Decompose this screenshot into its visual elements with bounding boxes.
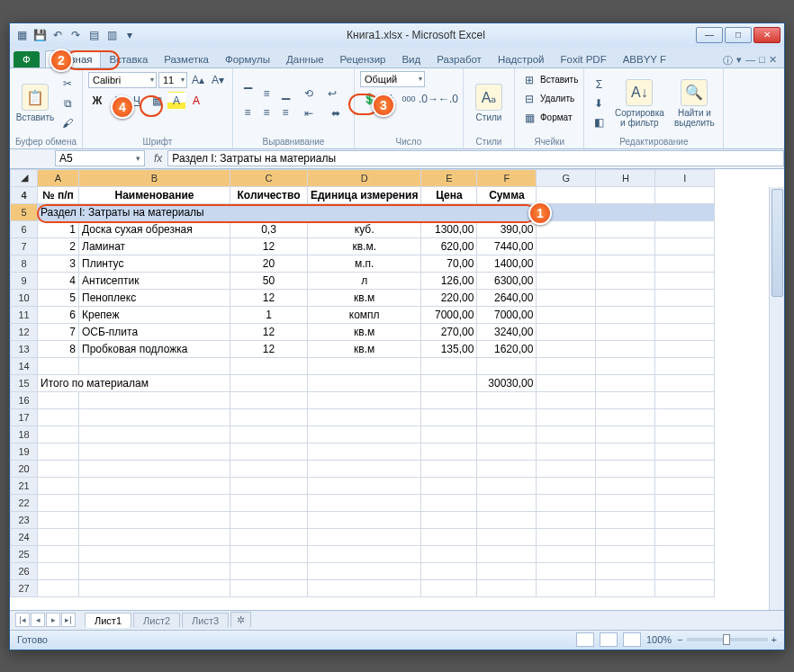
fx-icon[interactable]: fx: [154, 152, 162, 165]
cell[interactable]: [655, 443, 715, 460]
cell[interactable]: [537, 494, 596, 511]
close-button[interactable]: ✕: [753, 27, 780, 43]
cell[interactable]: [308, 460, 421, 477]
cell[interactable]: № п/п: [38, 186, 79, 203]
cell[interactable]: [596, 289, 655, 306]
doc-close-icon[interactable]: ✕: [769, 54, 777, 67]
cell[interactable]: [477, 357, 537, 374]
cell[interactable]: 70,00: [421, 255, 477, 272]
cell[interactable]: 7000,00: [477, 306, 537, 323]
zoom-level[interactable]: 100%: [646, 634, 672, 645]
tab-addins[interactable]: Надстрой: [491, 51, 552, 67]
cell[interactable]: [537, 460, 596, 477]
row-header[interactable]: 17: [11, 408, 38, 426]
cell[interactable]: [537, 374, 596, 391]
cell[interactable]: Сумма: [477, 186, 537, 203]
zoom-in-icon[interactable]: +: [771, 634, 777, 645]
row-header[interactable]: 11: [11, 306, 38, 323]
cell[interactable]: [38, 545, 79, 562]
fill-color-icon[interactable]: A: [167, 92, 185, 110]
row-header[interactable]: 25: [11, 545, 38, 562]
page-layout-view-icon[interactable]: [600, 632, 618, 647]
sheet-tab-1[interactable]: Лист1: [85, 613, 131, 628]
sort-filter-button[interactable]: A↓ Сортировка и фильтр: [613, 79, 665, 128]
align-top-icon[interactable]: ▔: [239, 85, 257, 103]
align-right-icon[interactable]: ≡: [276, 103, 294, 121]
cell[interactable]: [79, 545, 230, 562]
cell[interactable]: [38, 528, 79, 545]
cell[interactable]: [655, 186, 715, 203]
col-header-h[interactable]: H: [596, 169, 655, 186]
merge-center-button[interactable]: ⬌: [323, 104, 348, 122]
cell[interactable]: Наименование: [79, 186, 230, 203]
clear-icon[interactable]: ◧: [590, 113, 608, 131]
cell[interactable]: [230, 374, 308, 391]
cell[interactable]: [596, 391, 655, 408]
cell[interactable]: [596, 460, 655, 477]
cell[interactable]: [537, 562, 596, 579]
cell[interactable]: ОСБ-плита: [79, 323, 230, 340]
row-header[interactable]: 10: [11, 289, 38, 306]
cell[interactable]: 135,00: [421, 340, 477, 357]
fill-icon[interactable]: ⬇: [590, 94, 608, 112]
cell[interactable]: 0,3: [230, 220, 308, 237]
tab-foxit[interactable]: Foxit PDF: [554, 51, 614, 67]
cell[interactable]: 7440,00: [477, 237, 537, 255]
cell[interactable]: Антисептик: [79, 272, 230, 289]
name-box[interactable]: A5: [55, 150, 145, 166]
cell[interactable]: [655, 460, 715, 477]
cell[interactable]: [655, 220, 715, 237]
cell[interactable]: [655, 545, 715, 562]
cell[interactable]: 12: [230, 340, 308, 357]
cell[interactable]: [596, 306, 655, 323]
cell[interactable]: Ламинат: [79, 237, 230, 255]
indent-decrease-icon[interactable]: ⇤: [300, 104, 318, 122]
sheet-nav-last-icon[interactable]: ▸|: [61, 613, 76, 627]
cell[interactable]: [38, 579, 79, 596]
help-icon[interactable]: ⓘ: [723, 54, 733, 67]
cell[interactable]: [79, 391, 230, 408]
normal-view-icon[interactable]: [576, 632, 594, 647]
cell[interactable]: [477, 579, 537, 596]
row-header[interactable]: 4: [11, 186, 38, 203]
cell[interactable]: [537, 323, 596, 340]
tab-abbyy[interactable]: ABBYY F: [616, 51, 673, 67]
worksheet-grid[interactable]: ◢ A B C D E F G H I 4 № п/п Наименование: [10, 169, 784, 610]
row-header[interactable]: 15: [11, 374, 38, 391]
cell[interactable]: [477, 528, 537, 545]
tab-view[interactable]: Вид: [394, 51, 428, 67]
cell[interactable]: кв.м: [308, 340, 421, 357]
cell[interactable]: [477, 545, 537, 562]
cell[interactable]: [79, 460, 230, 477]
orientation-icon[interactable]: ⟲: [300, 85, 318, 103]
cell[interactable]: [596, 323, 655, 340]
col-header-e[interactable]: E: [421, 169, 477, 186]
row-header[interactable]: 19: [11, 443, 38, 460]
cell[interactable]: [230, 426, 308, 443]
cell[interactable]: [421, 545, 477, 562]
cell[interactable]: [230, 477, 308, 494]
cell[interactable]: [421, 562, 477, 579]
cell[interactable]: [230, 528, 308, 545]
align-center-icon[interactable]: ≡: [257, 103, 275, 121]
cell[interactable]: [308, 511, 421, 528]
zoom-slider-thumb[interactable]: [723, 634, 730, 645]
copy-icon[interactable]: ⧉: [59, 94, 77, 112]
cell[interactable]: 1: [230, 306, 308, 323]
cell[interactable]: Итого по материалам: [38, 374, 230, 391]
bold-button[interactable]: Ж: [88, 92, 106, 110]
cell[interactable]: кв.м.: [308, 237, 421, 255]
cell[interactable]: [38, 426, 79, 443]
align-left-icon[interactable]: ≡: [239, 103, 257, 121]
cell[interactable]: [596, 272, 655, 289]
cell[interactable]: [596, 528, 655, 545]
vertical-scrollbar[interactable]: [769, 187, 784, 610]
decrease-decimal-icon[interactable]: ←.0: [439, 90, 457, 108]
cell[interactable]: 3240,00: [477, 323, 537, 340]
col-header-b[interactable]: B: [79, 169, 230, 186]
cell[interactable]: 50: [230, 272, 308, 289]
cell[interactable]: [537, 511, 596, 528]
cell[interactable]: [230, 357, 308, 374]
cell[interactable]: 2: [38, 237, 79, 255]
cell[interactable]: 2640,00: [477, 289, 537, 306]
